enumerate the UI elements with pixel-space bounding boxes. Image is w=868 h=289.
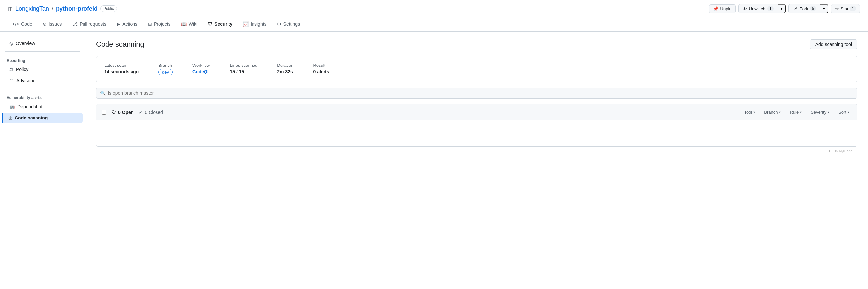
workflow-value[interactable]: CodeQL (192, 69, 210, 75)
fork-dropdown[interactable]: ▾ (820, 4, 828, 13)
tool-dropdown[interactable]: Tool ▾ (741, 108, 757, 116)
unpin-button[interactable]: 📌 Unpin (709, 4, 736, 13)
severity-dropdown[interactable]: Severity ▾ (808, 108, 832, 116)
sidebar-item-code-scanning[interactable]: ◎ Code scanning (2, 113, 83, 123)
fork-count: 5 (810, 6, 816, 11)
tool-dropdown-arrow: ▾ (753, 110, 755, 114)
results-area (96, 120, 857, 146)
sidebar-label-advisories: Advisories (17, 78, 38, 83)
code-scanning-icon: ◎ (8, 115, 12, 120)
fork-button[interactable]: ⎇ Fork 5 (788, 4, 820, 13)
search-row: 🔍 (96, 88, 858, 99)
star-count: 1 (849, 6, 856, 11)
star-button[interactable]: ☆ Star 1 (831, 4, 860, 13)
unwatch-label: Unwatch (749, 6, 766, 11)
branch-badge: dev (158, 69, 173, 76)
nav-item-actions[interactable]: ▶ Actions (112, 18, 142, 31)
rule-dropdown[interactable]: Rule ▾ (787, 108, 804, 116)
select-all-checkbox[interactable] (102, 110, 106, 115)
filter-status: 🛡 0 Open ✓ 0 Closed (112, 110, 163, 115)
sort-label: Sort (838, 110, 846, 115)
nav-label-actions: Actions (122, 21, 137, 27)
header-actions: 📌 Unpin 👁 Unwatch 1 ▾ ⎇ Fork 5 ▾ ☆ Star … (709, 4, 860, 13)
repo-title: ◫ LongxingTan / python-profeld Public (8, 5, 117, 12)
status-closed[interactable]: ✓ 0 Closed (139, 110, 163, 115)
duration-value: 2m 32s (277, 69, 293, 75)
security-icon: 🛡 (208, 21, 212, 27)
nav-item-code[interactable]: </> Code (8, 18, 37, 31)
scan-field-lines: Lines scanned 15 / 15 (230, 63, 257, 75)
closed-count-label: 0 Closed (145, 110, 163, 115)
branch-dropdown-arrow: ▾ (779, 110, 780, 114)
wiki-icon: 📖 (181, 21, 187, 27)
nav-item-wiki[interactable]: 📖 Wiki (177, 18, 202, 31)
add-scanning-tool-button[interactable]: Add scanning tool (810, 39, 858, 49)
workflow-label: Workflow (192, 63, 210, 68)
star-label: Star (840, 6, 848, 11)
sidebar-item-overview[interactable]: ◎ Overview (3, 38, 83, 49)
pr-icon: ⎇ (72, 21, 78, 27)
sidebar-divider-1 (5, 51, 80, 52)
filter-left: 🛡 0 Open ✓ 0 Closed (102, 110, 163, 115)
scan-field-duration: Duration 2m 32s (277, 63, 293, 75)
latest-scan-label: Latest scan (104, 63, 139, 68)
severity-dropdown-arrow: ▾ (828, 110, 829, 114)
check-icon: ✓ (139, 110, 143, 115)
search-input[interactable] (96, 88, 858, 99)
nav-item-security[interactable]: 🛡 Security (203, 18, 237, 31)
sidebar-item-dependabot[interactable]: 🤖 Dependabot (3, 102, 83, 112)
repo-name-link[interactable]: python-profeld (56, 5, 98, 12)
nav-item-issues[interactable]: ⊙ Issues (38, 18, 66, 31)
nav-label-pullrequests: Pull requests (80, 21, 106, 27)
repo-nav: </> Code ⊙ Issues ⎇ Pull requests ▶ Acti… (0, 18, 868, 32)
nav-item-projects[interactable]: ⊞ Projects (143, 18, 175, 31)
repo-separator: / (52, 5, 53, 12)
sidebar-label-code-scanning: Code scanning (15, 115, 48, 120)
lines-scanned-value: 15 / 15 (230, 69, 257, 75)
nav-label-wiki: Wiki (189, 21, 197, 27)
sidebar-item-policy[interactable]: ⚖ Policy (3, 64, 83, 75)
branch-value: dev (158, 69, 173, 76)
branch-dropdown[interactable]: Branch ▾ (762, 108, 783, 116)
unwatch-button[interactable]: 👁 Unwatch 1 (739, 4, 778, 13)
nav-item-settings[interactable]: ⚙ Settings (273, 18, 305, 31)
nav-label-projects: Projects (154, 21, 170, 27)
nav-item-pullrequests[interactable]: ⎇ Pull requests (68, 18, 111, 31)
fork-group: ⎇ Fork 5 ▾ (788, 4, 829, 13)
org-name-link[interactable]: LongxingTan (16, 5, 49, 12)
scan-field-latest: Latest scan 14 seconds ago (104, 63, 139, 75)
rule-dropdown-arrow: ▾ (800, 110, 802, 114)
search-icon: 🔍 (100, 90, 105, 96)
sort-dropdown[interactable]: Sort ▾ (836, 108, 852, 116)
main-content: Code scanning Add scanning tool Latest s… (86, 32, 868, 281)
scan-card: Latest scan 14 seconds ago Branch dev Wo… (96, 56, 858, 82)
nav-item-insights[interactable]: 📈 Insights (238, 18, 271, 31)
search-input-wrap: 🔍 (96, 88, 858, 99)
sidebar-label-overview: Overview (16, 41, 35, 46)
sidebar-divider-2 (5, 89, 80, 89)
star-group: ☆ Star 1 (831, 4, 860, 13)
sidebar-label-policy: Policy (16, 67, 28, 72)
result-label: Result (313, 63, 329, 68)
open-count-label: 0 Open (118, 110, 133, 115)
sidebar-section-vuln: Vulnerability alerts (0, 91, 85, 102)
nav-label-insights: Insights (251, 21, 266, 27)
actions-icon: ▶ (117, 21, 120, 27)
insights-icon: 📈 (243, 21, 249, 27)
status-open[interactable]: 🛡 0 Open (112, 110, 133, 115)
sidebar-item-advisories[interactable]: 🛡 Advisories (3, 76, 83, 86)
projects-icon: ⊞ (148, 21, 152, 27)
footer: CSDN ©yuTang (96, 147, 858, 156)
filter-bar: 🛡 0 Open ✓ 0 Closed Tool ▾ (96, 104, 858, 147)
filter-header: 🛡 0 Open ✓ 0 Closed Tool ▾ (96, 104, 857, 120)
settings-icon: ⚙ (277, 21, 281, 27)
tool-label: Tool (744, 110, 752, 115)
unwatch-count: 1 (767, 6, 774, 11)
overview-icon: ◎ (9, 41, 13, 46)
duration-label: Duration (277, 63, 293, 68)
unwatch-dropdown[interactable]: ▾ (778, 4, 786, 13)
unpin-label: Unpin (720, 6, 732, 11)
issues-icon: ⊙ (43, 21, 47, 27)
visibility-badge: Public (100, 5, 117, 12)
nav-label-security: Security (214, 21, 232, 27)
